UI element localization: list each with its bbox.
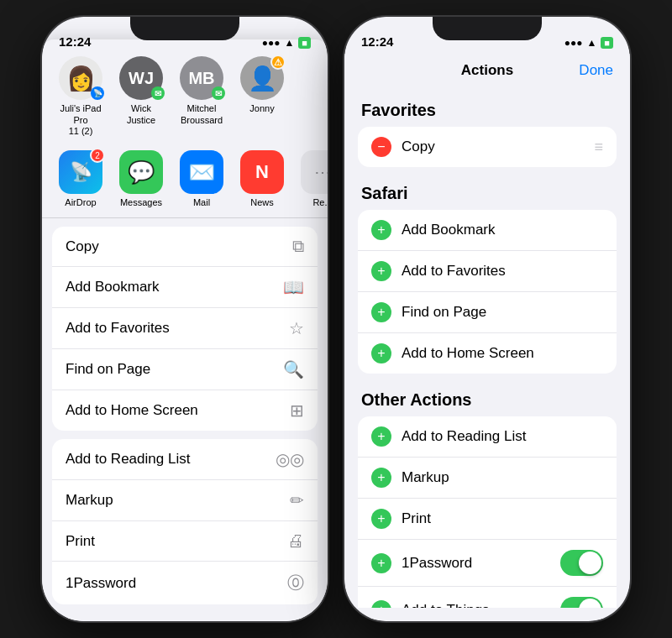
badge-wj: ✉ <box>151 86 165 100</box>
reading-list-label: Add to Reading List <box>66 451 190 468</box>
done-button[interactable]: Done <box>579 62 613 79</box>
safari-list: + Add Bookmark + Add to Favorites + <box>358 210 617 374</box>
action-add-bookmark[interactable]: Add Bookmark 📖 <box>52 267 318 308</box>
toggle-add-things[interactable] <box>560 597 603 608</box>
toggle-1password[interactable] <box>560 550 603 576</box>
plus-icon-home[interactable]: + <box>371 343 391 363</box>
row-add-to-favorites[interactable]: + Add to Favorites <box>358 251 617 292</box>
actions-scroll-content[interactable]: Favorites − Copy ≡ Safari + <box>344 87 630 608</box>
plus-icon-markup[interactable]: + <box>371 468 391 488</box>
row-1password[interactable]: + 1Password <box>358 540 617 587</box>
contact-wj[interactable]: WJ ✉ WickJustice <box>113 56 170 137</box>
contact-jonny[interactable]: 👤 ⚠ Jonny <box>234 56 291 137</box>
print-row-label: Print <box>402 510 431 527</box>
plus-icon-reading[interactable]: + <box>371 426 391 447</box>
plus-icon-bookmark[interactable]: + <box>371 220 391 240</box>
airdrop-badge: 2 <box>90 148 105 163</box>
messages-icon: 💬 <box>119 150 163 194</box>
status-icons-1: ●●● ▲ ■ <box>262 37 311 49</box>
avatar-wj: WJ ✉ <box>119 56 163 100</box>
row-copy[interactable]: − Copy ≡ <box>358 127 617 167</box>
plus-icon-favorites[interactable]: + <box>371 261 391 281</box>
markup-icon: ✏ <box>290 490 304 510</box>
signal-icon-2: ●●● <box>564 37 583 49</box>
action-list-1: Copy ⧉ Add Bookmark 📖 Add to Favorites ☆… <box>52 227 318 431</box>
mail-icon: ✉️ <box>180 150 223 194</box>
airdrop-icon: 📡 2 <box>59 150 102 194</box>
action-markup[interactable]: Markup ✏ <box>52 480 318 521</box>
section-safari-title: Safari <box>344 170 630 210</box>
news-icon: N <box>240 150 284 194</box>
add-home-row-label: Add to Home Screen <box>402 345 534 362</box>
1password-row-label: 1Password <box>402 555 472 572</box>
add-things-row-label: Add to Things <box>402 602 490 609</box>
1password-label: 1Password <box>66 575 136 592</box>
row-print[interactable]: + Print <box>358 499 617 540</box>
plus-icon-1password[interactable]: + <box>371 553 391 573</box>
find-on-page-row-label: Find on Page <box>402 304 486 321</box>
action-print[interactable]: Print 🖨 <box>52 521 318 562</box>
contact-julis-ipad[interactable]: 👩 📡 Juli's iPad Pro11 (2) <box>52 56 109 137</box>
app-news[interactable]: N News <box>234 150 291 207</box>
contact-name-mb: MitchelBroussard <box>181 103 223 125</box>
minus-icon-copy[interactable]: − <box>371 137 391 157</box>
row-markup[interactable]: + Markup <box>358 458 617 499</box>
phone-2: 12:24 ●●● ▲ ■ Actions Done Favorites <box>344 17 630 621</box>
plus-icon-print[interactable]: + <box>371 509 391 529</box>
row-print-left: + Print <box>371 509 431 529</box>
app-airdrop[interactable]: 📡 2 AirDrop <box>52 150 109 207</box>
add-bookmark-row-label: Add Bookmark <box>402 222 496 238</box>
wifi-icon-2: ▲ <box>586 37 596 49</box>
find-on-page-label: Find on Page <box>66 361 150 378</box>
row-reading-list[interactable]: + Add to Reading List <box>358 416 617 458</box>
plus-icon-find[interactable]: + <box>371 302 391 322</box>
contact-name-julis-ipad: Juli's iPad Pro11 (2) <box>52 103 109 137</box>
row-copy-left: − Copy <box>371 137 435 157</box>
row-add-home-left: + Add to Home Screen <box>371 343 534 363</box>
star-icon: ☆ <box>289 318 304 338</box>
add-favorites-row-label: Add to Favorites <box>402 263 506 280</box>
time-2: 12:24 <box>361 34 393 49</box>
battery-icon: ■ <box>298 37 311 49</box>
more-label: Re... <box>312 197 328 207</box>
wifi-icon: ▲ <box>284 37 294 49</box>
action-add-favorites[interactable]: Add to Favorites ☆ <box>52 308 318 349</box>
status-icons-2: ●●● ▲ ■ <box>564 37 613 49</box>
copy-row-label: Copy <box>402 139 435 155</box>
row-add-things[interactable]: + Add to Things <box>358 587 617 608</box>
favorites-list: − Copy ≡ <box>358 127 617 167</box>
battery-icon-2: ■ <box>601 37 613 49</box>
action-1password[interactable]: 1Password ⓪ <box>52 562 318 604</box>
phone-2-screen: 12:24 ●●● ▲ ■ Actions Done Favorites <box>344 17 630 621</box>
row-find-on-page-left: + Find on Page <box>371 302 486 322</box>
add-bookmark-label: Add Bookmark <box>66 279 160 295</box>
badge-mb: ✉ <box>212 86 225 100</box>
contact-mb[interactable]: MB ✉ MitchelBroussard <box>173 56 230 137</box>
signal-icon: ●●● <box>262 37 281 49</box>
avatar-jonny: 👤 ⚠ <box>240 56 284 100</box>
action-reading-list[interactable]: Add to Reading List ◎◎ <box>52 439 318 480</box>
action-find-on-page[interactable]: Find on Page 🔍 <box>52 349 318 390</box>
row-add-favorites-left: + Add to Favorites <box>371 261 506 281</box>
row-find-on-page[interactable]: + Find on Page <box>358 292 617 333</box>
row-add-home-screen[interactable]: + Add to Home Screen <box>358 333 617 374</box>
action-copy[interactable]: Copy ⧉ <box>52 227 318 267</box>
other-actions-list: + Add to Reading List + Markup + P <box>358 416 617 608</box>
actions-title: Actions <box>461 62 513 79</box>
app-mail[interactable]: ✉️ Mail <box>173 150 230 207</box>
row-1password-left: + 1Password <box>371 553 472 573</box>
share-sheet: 👩 📡 Juli's iPad Pro11 (2) WJ ✉ WickJusti… <box>42 39 328 621</box>
app-messages[interactable]: 💬 Messages <box>113 150 170 207</box>
time-1: 12:24 <box>59 34 91 49</box>
plus-square-icon: ⊞ <box>290 400 304 421</box>
drag-handle-copy[interactable]: ≡ <box>594 139 603 156</box>
actions-header: Actions Done <box>344 54 630 87</box>
more-icon: ⋯ <box>301 150 328 194</box>
plus-icon-things[interactable]: + <box>371 600 391 609</box>
contacts-row: 👩 📡 Juli's iPad Pro11 (2) WJ ✉ WickJusti… <box>42 50 328 147</box>
action-add-home-screen[interactable]: Add to Home Screen ⊞ <box>52 390 318 431</box>
row-add-bookmark[interactable]: + Add Bookmark <box>358 210 617 251</box>
section-favorites-title: Favorites <box>344 87 630 127</box>
app-more[interactable]: ⋯ Re... <box>294 150 328 207</box>
avatar-julis-ipad: 👩 📡 <box>59 56 102 100</box>
